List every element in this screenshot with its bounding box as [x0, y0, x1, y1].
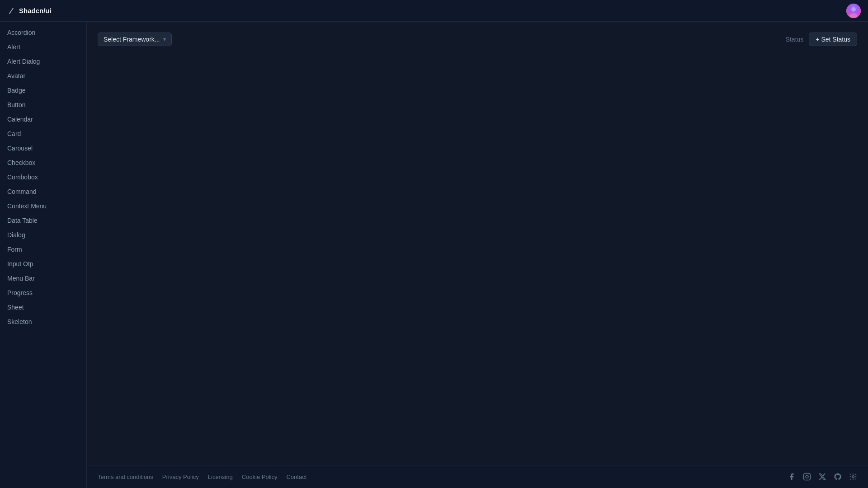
slash-icon — [7, 7, 15, 15]
sidebar: AccordionAlertAlert DialogAvatarBadgeBut… — [0, 22, 87, 488]
footer-link-licensing[interactable]: Licensing — [208, 474, 233, 480]
select-framework-button[interactable]: Select Framework... ▾ — [98, 33, 172, 46]
sidebar-item-context-menu[interactable]: Context Menu — [0, 199, 86, 213]
sidebar-item-sheet[interactable]: Sheet — [0, 300, 86, 314]
brand[interactable]: Shadcn/ui — [7, 7, 52, 15]
sidebar-item-progress[interactable]: Progress — [0, 286, 86, 300]
sidebar-item-carousel[interactable]: Carousel — [0, 141, 86, 155]
footer-links: Terms and conditions Privacy Policy Lice… — [98, 474, 307, 480]
content-area: Select Framework... ▾ Status + Set Statu… — [87, 22, 868, 488]
sidebar-item-button[interactable]: Button — [0, 98, 86, 112]
footer-link-cookie[interactable]: Cookie Policy — [242, 474, 278, 480]
svg-rect-4 — [804, 474, 811, 480]
sidebar-item-calendar[interactable]: Calendar — [0, 112, 86, 127]
sidebar-item-badge[interactable]: Badge — [0, 83, 86, 98]
svg-point-6 — [852, 476, 854, 478]
sidebar-item-data-table[interactable]: Data Table — [0, 213, 86, 228]
set-status-label: + Set Status — [816, 36, 850, 43]
main-layout: AccordionAlertAlert DialogAvatarBadgeBut… — [0, 22, 868, 488]
status-area: Status + Set Status — [786, 33, 857, 46]
svg-point-2 — [851, 7, 856, 12]
chevron-down-icon: ▾ — [163, 36, 166, 42]
sidebar-item-menu-bar[interactable]: Menu Bar — [0, 271, 86, 286]
footer-link-contact[interactable]: Contact — [286, 474, 307, 480]
github-icon[interactable] — [834, 473, 842, 481]
sidebar-item-checkbox[interactable]: Checkbox — [0, 155, 86, 170]
sidebar-item-skeleton[interactable]: Skeleton — [0, 314, 86, 329]
svg-line-0 — [9, 8, 13, 14]
navbar: Shadcn/ui — [0, 0, 868, 22]
status-label: Status — [786, 36, 804, 43]
content-main: Select Framework... ▾ Status + Set Statu… — [87, 22, 868, 465]
sidebar-item-combobox[interactable]: Combobox — [0, 170, 86, 184]
sidebar-item-avatar[interactable]: Avatar — [0, 69, 86, 83]
facebook-icon[interactable] — [788, 473, 796, 481]
instagram-icon[interactable] — [803, 473, 811, 481]
shadcn-icon[interactable] — [849, 473, 857, 481]
sidebar-item-alert[interactable]: Alert — [0, 40, 86, 54]
footer-icons — [788, 473, 857, 481]
sidebar-item-alert-dialog[interactable]: Alert Dialog — [0, 54, 86, 69]
toolbar-row: Select Framework... ▾ Status + Set Statu… — [98, 33, 857, 46]
sidebar-item-accordion[interactable]: Accordion — [0, 25, 86, 40]
sidebar-item-form[interactable]: Form — [0, 242, 86, 257]
user-avatar[interactable] — [846, 4, 861, 18]
footer-link-privacy[interactable]: Privacy Policy — [162, 474, 199, 480]
sidebar-item-input-otp[interactable]: Input Otp — [0, 257, 86, 271]
footer: Terms and conditions Privacy Policy Lice… — [87, 465, 868, 488]
twitter-icon[interactable] — [818, 473, 826, 481]
sidebar-item-card[interactable]: Card — [0, 127, 86, 141]
brand-title: Shadcn/ui — [19, 7, 52, 14]
set-status-button[interactable]: + Set Status — [809, 33, 857, 46]
sidebar-item-dialog[interactable]: Dialog — [0, 228, 86, 242]
footer-link-terms[interactable]: Terms and conditions — [98, 474, 153, 480]
sidebar-item-command[interactable]: Command — [0, 184, 86, 199]
select-framework-label: Select Framework... — [104, 36, 160, 43]
